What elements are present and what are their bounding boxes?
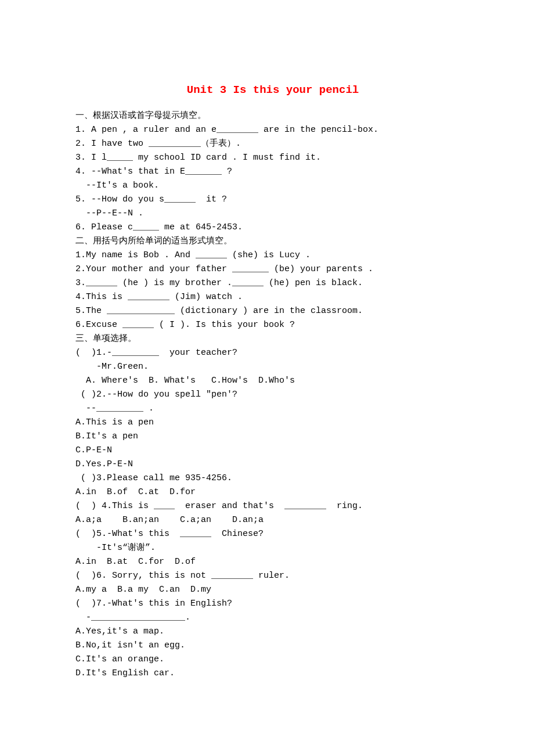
content-line: 3. I l_____ my school ID card . I must f… <box>75 151 470 165</box>
content-line: 1. A pen , a ruler and an e________ are … <box>75 123 470 137</box>
content-line: ( ) 4.This is ____ eraser and that's ___… <box>75 499 470 513</box>
content-line: -__________________. <box>75 611 470 625</box>
content-line: A.my a B.a my C.an D.my <box>75 583 470 597</box>
content-line: 二、用括号内所给单词的适当形式填空。 <box>75 235 470 249</box>
content-line: ( )2.--How do you spell "pen'? <box>75 388 470 402</box>
content-line: ( )6. Sorry, this is not ________ ruler. <box>75 569 470 583</box>
content-line: 3.______ (he ) is my brother .______ (he… <box>75 276 470 290</box>
content-line: -It's“谢谢”. <box>75 541 470 555</box>
content-line: C.P-E-N <box>75 444 470 458</box>
content-line: 一、根据汉语或首字母提示填空。 <box>75 109 470 123</box>
content-line: ( )5.-What's this ______ Chinese? <box>75 527 470 541</box>
content-line: D.It's English car. <box>75 667 470 681</box>
content-line: 2.Your mother and your father _______ (b… <box>75 262 470 276</box>
content-line: B.It's a pen <box>75 430 470 444</box>
content-block: 一、根据汉语或首字母提示填空。1. A pen , a ruler and an… <box>75 109 470 681</box>
content-line: 5. --How do you s______ it ? <box>75 193 470 207</box>
content-line: --It's a book. <box>75 179 470 193</box>
worksheet-page: Unit 3 Is this your pencil 一、根据汉语或首字母提示填… <box>0 0 534 756</box>
content-line: 2. I have two __________（手表）. <box>75 137 470 151</box>
content-line: D.Yes.P-E-N <box>75 458 470 471</box>
content-line: --P--E--N . <box>75 207 470 221</box>
content-line: ( )3.Please call me 935-4256. <box>75 471 470 485</box>
page-title: Unit 3 Is this your pencil <box>75 81 470 99</box>
content-line: 5.The _____________ (dictionary ) are in… <box>75 304 470 318</box>
content-line: 4.This is ________ (Jim) watch . <box>75 290 470 304</box>
content-line: A.in B.of C.at D.for <box>75 485 470 499</box>
content-line: B.No,it isn't an egg. <box>75 639 470 653</box>
content-line: 4. --What's that in E_______ ? <box>75 165 470 179</box>
content-line: 6.Excuse ______ ( I ). Is this your book… <box>75 318 470 332</box>
content-line: A.in B.at C.for D.of <box>75 555 470 569</box>
content-line: A.This is a pen <box>75 416 470 430</box>
content-line: 6. Please c_____ me at 645-2453. <box>75 221 470 235</box>
content-line: C.It's an orange. <box>75 653 470 667</box>
content-line: --_________ . <box>75 402 470 416</box>
content-line: 1.My name is Bob . And ______ (she) is L… <box>75 249 470 262</box>
content-line: -Mr.Green. <box>75 360 470 374</box>
content-line: ( )7.-What's this in English? <box>75 597 470 611</box>
content-line: ( )1.-_________ your teacher? <box>75 346 470 360</box>
content-line: A. Where's B. What's C.How's D.Who's <box>75 374 470 388</box>
content-line: A.Yes,it's a map. <box>75 625 470 639</box>
content-line: 三、单项选择。 <box>75 332 470 346</box>
content-line: A.a;a B.an;an C.a;an D.an;a <box>75 513 470 527</box>
